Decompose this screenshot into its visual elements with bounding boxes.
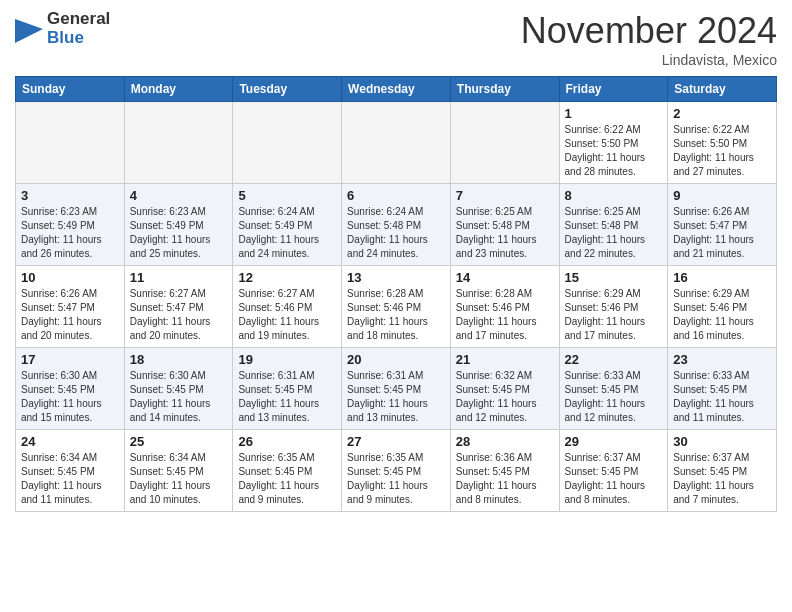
day-info: Sunrise: 6:34 AMSunset: 5:45 PMDaylight:… bbox=[21, 451, 119, 507]
day-number: 12 bbox=[238, 270, 336, 285]
day-number: 25 bbox=[130, 434, 228, 449]
day-info: Sunrise: 6:37 AMSunset: 5:45 PMDaylight:… bbox=[673, 451, 771, 507]
day-number: 27 bbox=[347, 434, 445, 449]
calendar-day-cell bbox=[450, 102, 559, 184]
calendar-day-cell: 5Sunrise: 6:24 AMSunset: 5:49 PMDaylight… bbox=[233, 184, 342, 266]
calendar-day-cell: 12Sunrise: 6:27 AMSunset: 5:46 PMDayligh… bbox=[233, 266, 342, 348]
day-info: Sunrise: 6:28 AMSunset: 5:46 PMDaylight:… bbox=[456, 287, 554, 343]
calendar-day-cell: 13Sunrise: 6:28 AMSunset: 5:46 PMDayligh… bbox=[342, 266, 451, 348]
day-number: 17 bbox=[21, 352, 119, 367]
day-info: Sunrise: 6:37 AMSunset: 5:45 PMDaylight:… bbox=[565, 451, 663, 507]
day-info: Sunrise: 6:33 AMSunset: 5:45 PMDaylight:… bbox=[673, 369, 771, 425]
calendar-week-row: 10Sunrise: 6:26 AMSunset: 5:47 PMDayligh… bbox=[16, 266, 777, 348]
day-number: 6 bbox=[347, 188, 445, 203]
day-number: 13 bbox=[347, 270, 445, 285]
day-info: Sunrise: 6:36 AMSunset: 5:45 PMDaylight:… bbox=[456, 451, 554, 507]
day-number: 23 bbox=[673, 352, 771, 367]
calendar-day-cell: 27Sunrise: 6:35 AMSunset: 5:45 PMDayligh… bbox=[342, 430, 451, 512]
calendar-day-cell bbox=[233, 102, 342, 184]
calendar-day-cell: 20Sunrise: 6:31 AMSunset: 5:45 PMDayligh… bbox=[342, 348, 451, 430]
weekday-header: Tuesday bbox=[233, 77, 342, 102]
day-info: Sunrise: 6:32 AMSunset: 5:45 PMDaylight:… bbox=[456, 369, 554, 425]
calendar-day-cell: 10Sunrise: 6:26 AMSunset: 5:47 PMDayligh… bbox=[16, 266, 125, 348]
day-number: 2 bbox=[673, 106, 771, 121]
calendar-day-cell bbox=[124, 102, 233, 184]
day-info: Sunrise: 6:31 AMSunset: 5:45 PMDaylight:… bbox=[238, 369, 336, 425]
day-info: Sunrise: 6:22 AMSunset: 5:50 PMDaylight:… bbox=[673, 123, 771, 179]
weekday-header: Saturday bbox=[668, 77, 777, 102]
day-info: Sunrise: 6:28 AMSunset: 5:46 PMDaylight:… bbox=[347, 287, 445, 343]
day-info: Sunrise: 6:31 AMSunset: 5:45 PMDaylight:… bbox=[347, 369, 445, 425]
day-number: 18 bbox=[130, 352, 228, 367]
page: General Blue November 2024 Lindavista, M… bbox=[0, 0, 792, 527]
day-info: Sunrise: 6:33 AMSunset: 5:45 PMDaylight:… bbox=[565, 369, 663, 425]
calendar-day-cell: 6Sunrise: 6:24 AMSunset: 5:48 PMDaylight… bbox=[342, 184, 451, 266]
weekday-header: Monday bbox=[124, 77, 233, 102]
day-number: 1 bbox=[565, 106, 663, 121]
calendar-day-cell: 21Sunrise: 6:32 AMSunset: 5:45 PMDayligh… bbox=[450, 348, 559, 430]
day-info: Sunrise: 6:23 AMSunset: 5:49 PMDaylight:… bbox=[21, 205, 119, 261]
calendar-day-cell: 26Sunrise: 6:35 AMSunset: 5:45 PMDayligh… bbox=[233, 430, 342, 512]
day-info: Sunrise: 6:34 AMSunset: 5:45 PMDaylight:… bbox=[130, 451, 228, 507]
calendar-day-cell: 4Sunrise: 6:23 AMSunset: 5:49 PMDaylight… bbox=[124, 184, 233, 266]
location: Lindavista, Mexico bbox=[521, 52, 777, 68]
calendar-week-row: 3Sunrise: 6:23 AMSunset: 5:49 PMDaylight… bbox=[16, 184, 777, 266]
day-info: Sunrise: 6:26 AMSunset: 5:47 PMDaylight:… bbox=[673, 205, 771, 261]
calendar-day-cell: 16Sunrise: 6:29 AMSunset: 5:46 PMDayligh… bbox=[668, 266, 777, 348]
day-number: 26 bbox=[238, 434, 336, 449]
title-block: November 2024 Lindavista, Mexico bbox=[521, 10, 777, 68]
weekday-header: Wednesday bbox=[342, 77, 451, 102]
day-number: 5 bbox=[238, 188, 336, 203]
weekday-header-row: SundayMondayTuesdayWednesdayThursdayFrid… bbox=[16, 77, 777, 102]
weekday-header: Friday bbox=[559, 77, 668, 102]
calendar-day-cell: 29Sunrise: 6:37 AMSunset: 5:45 PMDayligh… bbox=[559, 430, 668, 512]
svg-marker-0 bbox=[15, 19, 43, 43]
calendar-day-cell: 30Sunrise: 6:37 AMSunset: 5:45 PMDayligh… bbox=[668, 430, 777, 512]
calendar-week-row: 1Sunrise: 6:22 AMSunset: 5:50 PMDaylight… bbox=[16, 102, 777, 184]
day-info: Sunrise: 6:27 AMSunset: 5:46 PMDaylight:… bbox=[238, 287, 336, 343]
calendar-day-cell bbox=[342, 102, 451, 184]
day-number: 10 bbox=[21, 270, 119, 285]
day-number: 7 bbox=[456, 188, 554, 203]
day-number: 29 bbox=[565, 434, 663, 449]
day-number: 20 bbox=[347, 352, 445, 367]
calendar-day-cell: 22Sunrise: 6:33 AMSunset: 5:45 PMDayligh… bbox=[559, 348, 668, 430]
calendar-day-cell bbox=[16, 102, 125, 184]
day-number: 9 bbox=[673, 188, 771, 203]
calendar-week-row: 17Sunrise: 6:30 AMSunset: 5:45 PMDayligh… bbox=[16, 348, 777, 430]
day-info: Sunrise: 6:29 AMSunset: 5:46 PMDaylight:… bbox=[673, 287, 771, 343]
weekday-header: Thursday bbox=[450, 77, 559, 102]
logo-triangle-icon bbox=[15, 15, 43, 43]
day-info: Sunrise: 6:35 AMSunset: 5:45 PMDaylight:… bbox=[238, 451, 336, 507]
day-number: 8 bbox=[565, 188, 663, 203]
calendar-day-cell: 9Sunrise: 6:26 AMSunset: 5:47 PMDaylight… bbox=[668, 184, 777, 266]
calendar-day-cell: 28Sunrise: 6:36 AMSunset: 5:45 PMDayligh… bbox=[450, 430, 559, 512]
day-number: 30 bbox=[673, 434, 771, 449]
day-number: 19 bbox=[238, 352, 336, 367]
day-info: Sunrise: 6:27 AMSunset: 5:47 PMDaylight:… bbox=[130, 287, 228, 343]
logo-blue-text: Blue bbox=[47, 29, 110, 48]
day-number: 4 bbox=[130, 188, 228, 203]
calendar-day-cell: 18Sunrise: 6:30 AMSunset: 5:45 PMDayligh… bbox=[124, 348, 233, 430]
calendar-day-cell: 25Sunrise: 6:34 AMSunset: 5:45 PMDayligh… bbox=[124, 430, 233, 512]
logo-wrapper: General Blue bbox=[15, 10, 110, 47]
day-number: 16 bbox=[673, 270, 771, 285]
header: General Blue November 2024 Lindavista, M… bbox=[15, 10, 777, 68]
day-info: Sunrise: 6:30 AMSunset: 5:45 PMDaylight:… bbox=[21, 369, 119, 425]
calendar: SundayMondayTuesdayWednesdayThursdayFrid… bbox=[15, 76, 777, 512]
calendar-day-cell: 15Sunrise: 6:29 AMSunset: 5:46 PMDayligh… bbox=[559, 266, 668, 348]
calendar-day-cell: 7Sunrise: 6:25 AMSunset: 5:48 PMDaylight… bbox=[450, 184, 559, 266]
logo: General Blue bbox=[15, 10, 110, 47]
day-info: Sunrise: 6:30 AMSunset: 5:45 PMDaylight:… bbox=[130, 369, 228, 425]
day-info: Sunrise: 6:25 AMSunset: 5:48 PMDaylight:… bbox=[565, 205, 663, 261]
day-info: Sunrise: 6:24 AMSunset: 5:48 PMDaylight:… bbox=[347, 205, 445, 261]
day-number: 21 bbox=[456, 352, 554, 367]
day-info: Sunrise: 6:29 AMSunset: 5:46 PMDaylight:… bbox=[565, 287, 663, 343]
day-number: 15 bbox=[565, 270, 663, 285]
calendar-day-cell: 3Sunrise: 6:23 AMSunset: 5:49 PMDaylight… bbox=[16, 184, 125, 266]
weekday-header: Sunday bbox=[16, 77, 125, 102]
calendar-day-cell: 8Sunrise: 6:25 AMSunset: 5:48 PMDaylight… bbox=[559, 184, 668, 266]
day-info: Sunrise: 6:35 AMSunset: 5:45 PMDaylight:… bbox=[347, 451, 445, 507]
calendar-day-cell: 11Sunrise: 6:27 AMSunset: 5:47 PMDayligh… bbox=[124, 266, 233, 348]
day-info: Sunrise: 6:23 AMSunset: 5:49 PMDaylight:… bbox=[130, 205, 228, 261]
